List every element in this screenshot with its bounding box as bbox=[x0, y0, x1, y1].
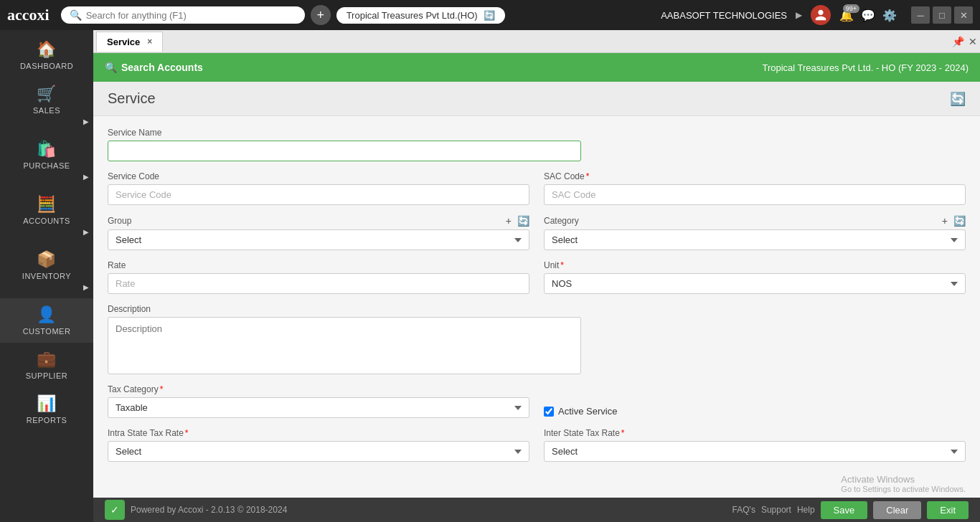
service-name-group: Service Name bbox=[108, 128, 966, 161]
group-add-icon[interactable]: + bbox=[506, 215, 512, 227]
sidebar-item-customer[interactable]: 👤 CUSTOMER bbox=[0, 298, 93, 343]
code-row: Service Code SAC Code* bbox=[108, 171, 966, 205]
sidebar-item-sales[interactable]: 🛒 SALES ▶ bbox=[0, 77, 93, 133]
intra-required: * bbox=[185, 428, 189, 438]
tab-service[interactable]: Service × bbox=[96, 32, 163, 52]
description-row: Description bbox=[108, 304, 966, 374]
footer-logo: ✓ bbox=[105, 500, 125, 520]
category-label: Category bbox=[544, 216, 579, 226]
category-add-icon[interactable]: + bbox=[942, 215, 948, 227]
top-right: AABASOFT TECHNOLOGIES ▶ 🔔 99+ 💬 ⚙️ ─ □ ✕ bbox=[661, 5, 973, 25]
tax-category-group: Tax Category* Taxable bbox=[108, 384, 529, 418]
sidebar-label-customer: CUSTOMER bbox=[23, 327, 71, 336]
dashboard-icon: 🏠 bbox=[37, 40, 57, 59]
sidebar-item-reports[interactable]: 📊 REPORTS bbox=[0, 387, 93, 432]
form-refresh-button[interactable]: 🔄 bbox=[950, 91, 966, 107]
close-window-button[interactable]: ✕ bbox=[954, 6, 973, 24]
intra-state-label: Intra State Tax Rate* bbox=[108, 428, 529, 438]
intra-state-group: Intra State Tax Rate* Select bbox=[108, 428, 529, 462]
sales-arrow: ▶ bbox=[83, 118, 90, 125]
inter-state-select[interactable]: Select bbox=[544, 441, 966, 462]
unit-select[interactable]: NOS bbox=[544, 273, 966, 294]
intra-state-select[interactable]: Select bbox=[108, 441, 529, 462]
footer-logo-icon: ✓ bbox=[110, 504, 119, 516]
group-select[interactable]: Select bbox=[108, 229, 529, 250]
app-logo: accoxi bbox=[7, 6, 50, 24]
group-label: Group bbox=[108, 216, 131, 226]
support-link[interactable]: Support bbox=[761, 505, 791, 515]
group-refresh-icon[interactable]: 🔄 bbox=[517, 215, 529, 227]
category-group: Category + 🔄 Select bbox=[544, 215, 966, 250]
company-tab[interactable]: Tropical Treasures Pvt Ltd.(HO) 🔄 bbox=[336, 7, 505, 24]
expand-icon[interactable]: ▶ bbox=[796, 10, 802, 20]
footer: ✓ Powered by Accoxi - 2.0.13 © 2018-2024… bbox=[93, 498, 980, 522]
tax-category-select-wrapper: Taxable bbox=[108, 397, 529, 418]
company-info-label: Tropical Treasures Pvt Ltd. - HO (FY 202… bbox=[762, 62, 969, 73]
unit-label: Unit* bbox=[544, 260, 966, 270]
customer-icon: 👤 bbox=[37, 305, 57, 324]
faqs-link[interactable]: FAQ's bbox=[732, 505, 755, 515]
sidebar-item-purchase[interactable]: 🛍️ PURCHASE ▶ bbox=[0, 133, 93, 188]
group-group: Group + 🔄 Select bbox=[108, 215, 529, 250]
chat-icon[interactable]: 💬 bbox=[861, 9, 875, 22]
avatar bbox=[811, 5, 831, 25]
accounts-icon: 🧮 bbox=[37, 195, 57, 214]
sidebar-label-supplier: SUPPLIER bbox=[26, 371, 67, 380]
add-button[interactable]: + bbox=[311, 5, 331, 25]
help-link[interactable]: Help bbox=[797, 505, 815, 515]
sidebar-item-dashboard[interactable]: 🏠 DASHBOARD bbox=[0, 33, 93, 77]
tab-close-button[interactable]: × bbox=[147, 37, 152, 47]
inventory-icon: 📦 bbox=[37, 250, 57, 269]
active-service-checkbox[interactable] bbox=[544, 407, 554, 417]
sidebar-item-accounts[interactable]: 🧮 ACCOUNTS ▶ bbox=[0, 188, 93, 243]
description-textarea[interactable] bbox=[108, 317, 581, 374]
maximize-button[interactable]: □ bbox=[933, 6, 951, 24]
sidebar-label-reports: REPORTS bbox=[27, 416, 67, 424]
group-header: Group + 🔄 bbox=[108, 215, 529, 227]
unit-group: Unit* NOS bbox=[544, 260, 966, 294]
service-name-label: Service Name bbox=[108, 128, 966, 138]
tab-close-icon[interactable]: ✕ bbox=[969, 36, 977, 47]
description-group: Description bbox=[108, 304, 581, 374]
sac-code-label: SAC Code* bbox=[544, 171, 966, 181]
active-service-label: Active Service bbox=[558, 406, 617, 417]
accounts-arrow: ▶ bbox=[83, 228, 90, 236]
search-accounts-button[interactable]: 🔍 Search Accounts bbox=[105, 62, 203, 73]
green-header: 🔍 Search Accounts Tropical Treasures Pvt… bbox=[93, 53, 980, 82]
rate-input[interactable] bbox=[108, 273, 529, 294]
sidebar-item-supplier[interactable]: 💼 SUPPLIER bbox=[0, 343, 93, 387]
sales-icon: 🛒 bbox=[37, 85, 57, 103]
service-code-label: Service Code bbox=[108, 171, 529, 181]
service-code-input[interactable] bbox=[108, 184, 529, 205]
rate-unit-row: Rate Unit* NOS bbox=[108, 260, 966, 294]
minimize-button[interactable]: ─ bbox=[911, 6, 930, 24]
sac-code-group: SAC Code* bbox=[544, 171, 966, 205]
category-select[interactable]: Select bbox=[544, 229, 966, 250]
main-layout: 🏠 DASHBOARD 🛒 SALES ▶ 🛍️ PURCHASE ▶ 🧮 AC… bbox=[0, 30, 980, 522]
inventory-arrow: ▶ bbox=[83, 283, 90, 291]
tax-rate-row: Intra State Tax Rate* Select Inter State… bbox=[108, 428, 966, 462]
purchase-icon: 🛍️ bbox=[37, 140, 57, 158]
sac-code-input[interactable] bbox=[544, 184, 966, 205]
tax-category-label: Tax Category* bbox=[108, 384, 529, 394]
exit-button[interactable]: Exit bbox=[927, 501, 969, 519]
tab-pin-icon[interactable]: 📌 bbox=[952, 36, 964, 47]
search-accounts-label: Search Accounts bbox=[121, 62, 203, 73]
sidebar-item-inventory[interactable]: 📦 INVENTORY ▶ bbox=[0, 243, 93, 298]
notification-icon[interactable]: 🔔 99+ bbox=[839, 9, 854, 22]
refresh-icon[interactable]: 🔄 bbox=[484, 10, 495, 21]
save-button[interactable]: Save bbox=[821, 501, 868, 519]
service-name-input[interactable] bbox=[108, 141, 581, 161]
tax-category-select[interactable]: Taxable bbox=[108, 397, 529, 418]
category-refresh-icon[interactable]: 🔄 bbox=[953, 215, 966, 227]
company-name-label: AABASOFT TECHNOLOGIES bbox=[661, 10, 787, 21]
sidebar-label-dashboard: DASHBOARD bbox=[20, 62, 73, 70]
clear-button[interactable]: Clear bbox=[873, 501, 921, 519]
inter-required: * bbox=[621, 428, 625, 438]
search-input[interactable] bbox=[86, 10, 296, 21]
search-bar[interactable]: 🔍 bbox=[61, 6, 305, 24]
group-category-row: Group + 🔄 Select bbox=[108, 215, 966, 250]
settings-icon[interactable]: ⚙️ bbox=[882, 9, 897, 22]
sidebar-label-inventory: INVENTORY bbox=[22, 272, 71, 280]
top-icons: 🔔 99+ 💬 ⚙️ bbox=[839, 9, 897, 22]
